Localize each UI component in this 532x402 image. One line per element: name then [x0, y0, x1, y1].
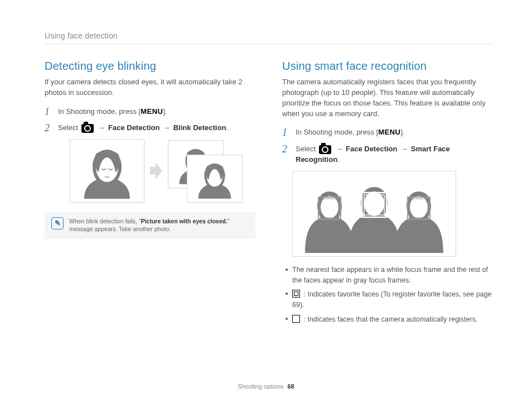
bullet-item: : Indicates favorite faces (To register …: [286, 289, 493, 310]
camera-icon: [81, 124, 94, 133]
step-number: 1: [282, 127, 290, 137]
photo-stack: [168, 140, 240, 202]
photo-frame-large: [70, 139, 144, 203]
manual-page: Using face detection Detecting eye blink…: [0, 0, 532, 402]
note-box: ✎ When blink detection fails, "Picture t…: [45, 212, 255, 239]
left-column: Detecting eye blinking If your camera de…: [45, 60, 255, 328]
bullet-dot-icon: [286, 318, 288, 320]
bullet-dot-icon: [286, 269, 288, 271]
menu-label: MENU: [378, 128, 400, 136]
face-silhouette-icon: [74, 143, 141, 199]
arrow-right-icon: [150, 162, 162, 179]
intro-smartface: The camera automatically registers faces…: [282, 77, 493, 119]
steps-smartface: 1 In Shooting mode, press [MENU]. 2 Sele…: [282, 127, 493, 165]
single-frame-icon: [292, 315, 300, 323]
steps-blink: 1 In Shooting mode, press [MENU]. 2 Sele…: [45, 106, 255, 133]
step-2: 2 Select → Face Detection → Smart Face R…: [282, 143, 493, 165]
step-1: 1 In Shooting mode, press [MENU].: [282, 127, 493, 138]
step-number: 2: [45, 123, 52, 133]
step-text: In Shooting mode, press [MENU].: [58, 106, 255, 117]
note-text: When blink detection fails, "Picture tak…: [69, 217, 249, 233]
group-silhouette-icon: [296, 175, 452, 253]
step-text: In Shooting mode, press [MENU].: [296, 127, 493, 138]
section-header: Using face detection: [45, 31, 493, 44]
menu-label: MENU: [141, 107, 163, 116]
blink-illustration: [55, 139, 255, 203]
right-column: Using smart face recognition The camera …: [282, 60, 493, 328]
group-photo-frame: [292, 171, 456, 257]
bullet-item: The nearest face appears in a white focu…: [286, 265, 493, 286]
svg-point-7: [321, 196, 338, 218]
camera-icon: [319, 145, 331, 154]
svg-point-9: [410, 196, 428, 218]
two-column-layout: Detecting eye blinking If your camera de…: [45, 60, 493, 328]
bullet-dot-icon: [286, 293, 288, 295]
bullet-list: The nearest face appears in a white focu…: [286, 265, 493, 325]
double-frame-icon: [292, 290, 300, 298]
footer-label: Shooting options: [238, 383, 283, 390]
note-icon: ✎: [51, 217, 64, 229]
step-2: 2 Select → Face Detection → Blink Detect…: [45, 122, 255, 133]
heading-smartface: Using smart face recognition: [282, 60, 493, 73]
step-1: 1 In Shooting mode, press [MENU].: [45, 106, 255, 117]
bullet-item: : Indicates faces that the camera automa…: [286, 314, 493, 325]
step-text: Select → Face Detection → Smart Face Rec…: [296, 143, 493, 165]
page-footer: Shooting options 68: [0, 383, 532, 390]
intro-blink: If your camera detects closed eyes, it w…: [45, 77, 255, 98]
step-number: 2: [282, 144, 290, 154]
photo-frame-small: [187, 155, 243, 203]
face-silhouette-icon: [191, 159, 239, 199]
step-text: Select → Face Detection → Blink Detectio…: [58, 122, 255, 133]
step-number: 1: [45, 107, 52, 117]
page-number: 68: [287, 383, 294, 390]
heading-blink: Detecting eye blinking: [45, 60, 255, 73]
